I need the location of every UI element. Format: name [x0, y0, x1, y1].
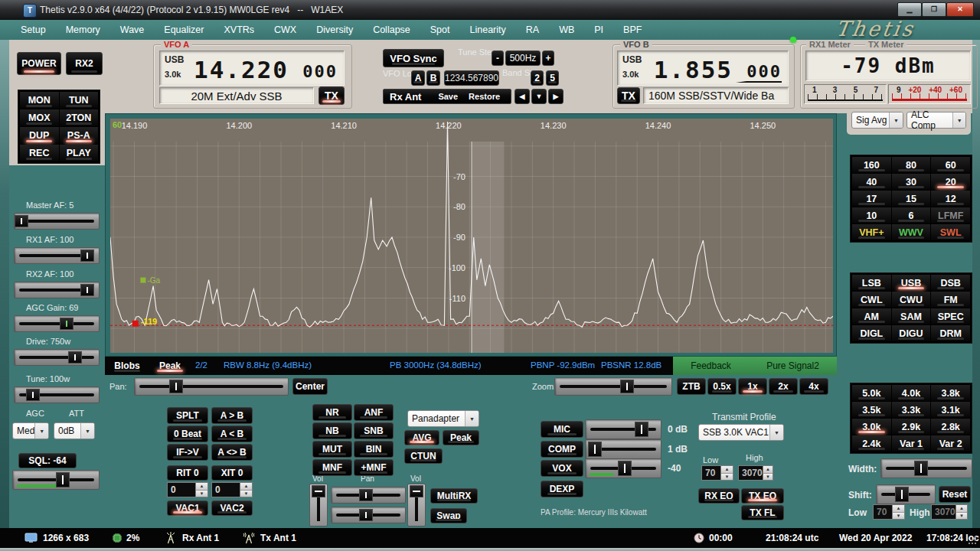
- filter-button-var-1[interactable]: Var 1: [892, 435, 931, 452]
- filter-low-spinner[interactable]: 70▲▼: [873, 504, 905, 520]
- filter-width-slider[interactable]: [880, 458, 972, 478]
- slider-agc-gain[interactable]: [14, 315, 100, 332]
- mode-button-usb[interactable]: USB: [892, 275, 931, 291]
- band-button-160[interactable]: 160: [852, 157, 891, 173]
- menu-item-diversity[interactable]: Diversity: [306, 20, 363, 40]
- filter-button-3-8k[interactable]: 3.8k: [931, 385, 970, 401]
- filter-button-3-1k[interactable]: 3.1k: [931, 402, 970, 418]
- menu-item-ra[interactable]: RA: [516, 20, 549, 40]
- center-button[interactable]: Center: [292, 378, 328, 395]
- rx2-pan-slider[interactable]: [331, 507, 406, 523]
- vac1-button[interactable]: VAC1: [167, 500, 208, 516]
- mode-button-digu[interactable]: DIGU: [892, 325, 931, 341]
- vfo-b-frequency-display[interactable]: USB 3.0k 1.855 000: [617, 51, 789, 86]
- menu-item-pi[interactable]: PI: [584, 20, 613, 40]
- menu-item-spot[interactable]: Spot: [420, 20, 460, 40]
- resize-grip[interactable]: [968, 536, 977, 545]
- vox-slider[interactable]: [585, 458, 662, 478]
- rx-ant-text[interactable]: Rx Ant 1: [182, 533, 219, 543]
- vfo-a-frequency-display[interactable]: USB 3.0k 14.220 000: [159, 51, 345, 86]
- filter-button-2-8k[interactable]: 2.8k: [931, 419, 970, 435]
- comp-button[interactable]: COMP: [541, 441, 583, 458]
- band-button-15[interactable]: 15: [892, 191, 931, 207]
- tx-fl-button[interactable]: TX FL: [741, 505, 784, 520]
- slider-rx1-af[interactable]: [14, 247, 100, 264]
- menu-item-cwx[interactable]: CWX: [264, 20, 306, 40]
- xit-button[interactable]: XIT 0: [211, 465, 253, 481]
- band-button-20[interactable]: 20: [931, 174, 970, 190]
- a-to-b-button[interactable]: A > B: [211, 407, 253, 424]
- zoom-1x-button[interactable]: 1x: [738, 378, 767, 395]
- vfo-lock-b-button[interactable]: B: [426, 70, 440, 86]
- peak-display-button[interactable]: Peak: [443, 430, 479, 445]
- rit-button[interactable]: RIT 0: [167, 465, 208, 481]
- vfo-b-band-text[interactable]: 160M SSB/SSTV/Wide Ba: [643, 87, 789, 104]
- tx-meter-mode-select[interactable]: ALC Comp▼: [906, 112, 966, 129]
- menu-item-linearity[interactable]: Linearity: [460, 20, 516, 40]
- slider-master-af[interactable]: [14, 213, 100, 230]
- peak-button[interactable]: Peak: [152, 358, 188, 373]
- tune-step-minus-button[interactable]: -: [492, 51, 504, 66]
- band-button-12[interactable]: 12: [931, 191, 970, 207]
- filter-button-4-0k[interactable]: 4.0k: [892, 385, 931, 401]
- console-button-mox[interactable]: MOX: [20, 109, 59, 126]
- vfo-sync-button[interactable]: VFO Sync: [383, 49, 444, 67]
- tune-step-plus-button[interactable]: +: [542, 51, 554, 66]
- vfo-lock-a-button[interactable]: A: [411, 70, 425, 86]
- transmit-profile-select[interactable]: SSB 3.0K VAC1▼: [698, 424, 784, 441]
- tx-low-spinner[interactable]: 70▲▼: [701, 465, 733, 481]
- minimize-button[interactable]: ▁: [897, 2, 922, 17]
- dexp-button[interactable]: DEXP: [541, 481, 583, 497]
- band-stack-2-button[interactable]: 2: [531, 70, 544, 86]
- band-button-30[interactable]: 30: [892, 174, 931, 190]
- swap-button[interactable]: Swap: [430, 508, 467, 523]
- filter-button-3-5k[interactable]: 3.5k: [852, 402, 891, 418]
- sql-slider[interactable]: [12, 470, 100, 490]
- blobs-button[interactable]: Blobs: [109, 358, 145, 373]
- b-to-a-button[interactable]: A < B: [211, 425, 253, 442]
- dsp-button-snb[interactable]: SNB: [354, 422, 394, 439]
- spectrum-plot[interactable]: -Ga-11914.19014.20014.21014.22014.23014.…: [110, 119, 833, 353]
- band-button-40[interactable]: 40: [852, 174, 891, 190]
- a-swap-b-button[interactable]: A <> B: [211, 444, 253, 461]
- band-button-6[interactable]: 6: [892, 207, 931, 223]
- mode-button-lsb[interactable]: LSB: [852, 275, 891, 291]
- dsp-button-mut[interactable]: MUT: [312, 441, 352, 458]
- filter-button-3-3k[interactable]: 3.3k: [892, 402, 931, 418]
- vac2-button[interactable]: VAC2: [211, 500, 253, 516]
- vox-button[interactable]: VOX: [541, 460, 583, 477]
- dsp-button-anf[interactable]: ANF: [354, 404, 394, 421]
- rx2-button[interactable]: RX2: [66, 52, 103, 75]
- restore-button[interactable]: Restore: [469, 92, 500, 101]
- tx-eq-button[interactable]: TX EQ: [741, 488, 784, 504]
- menu-item-xvtrs[interactable]: XVTRs: [214, 20, 264, 40]
- console-button-tun[interactable]: TUN: [60, 92, 99, 109]
- menu-item-bpf[interactable]: BPF: [613, 20, 652, 40]
- band-button-swl[interactable]: SWL: [931, 224, 970, 240]
- vfo-b-tx-button[interactable]: TX: [617, 87, 640, 104]
- multirx-button[interactable]: MultiRX: [430, 488, 478, 504]
- menu-item-wave[interactable]: Wave: [110, 20, 155, 40]
- console-button-rec[interactable]: REC: [20, 145, 59, 161]
- menu-item-wb[interactable]: WB: [549, 20, 584, 40]
- mic-button[interactable]: MIC: [541, 421, 583, 438]
- zoom-slider[interactable]: [554, 377, 672, 396]
- save-button[interactable]: Save: [438, 92, 458, 101]
- pan-slider[interactable]: [134, 377, 289, 396]
- xit-spinner[interactable]: 0▲▼: [211, 482, 253, 497]
- feedback-button[interactable]: Feedback: [691, 360, 731, 371]
- console-button-play[interactable]: PLAY: [60, 145, 99, 161]
- mic-slider[interactable]: [585, 419, 662, 439]
- band-button-17[interactable]: 17: [852, 191, 891, 207]
- comp-slider[interactable]: [585, 439, 662, 459]
- tx-ant-text[interactable]: Tx Ant 1: [260, 533, 296, 543]
- dsp-button-bin[interactable]: BIN: [354, 441, 394, 458]
- split-button[interactable]: SPLT: [167, 407, 208, 424]
- band-up-button[interactable]: ▶: [548, 89, 564, 104]
- zoom-05x-button[interactable]: 0.5x: [707, 378, 737, 395]
- filter-button-3-0k[interactable]: 3.0k: [852, 419, 891, 435]
- slider-drive[interactable]: [14, 349, 100, 366]
- agc-select[interactable]: Med▼: [12, 422, 49, 439]
- slider-rx2-af[interactable]: [14, 282, 100, 298]
- menu-item-memory[interactable]: Memory: [56, 20, 110, 40]
